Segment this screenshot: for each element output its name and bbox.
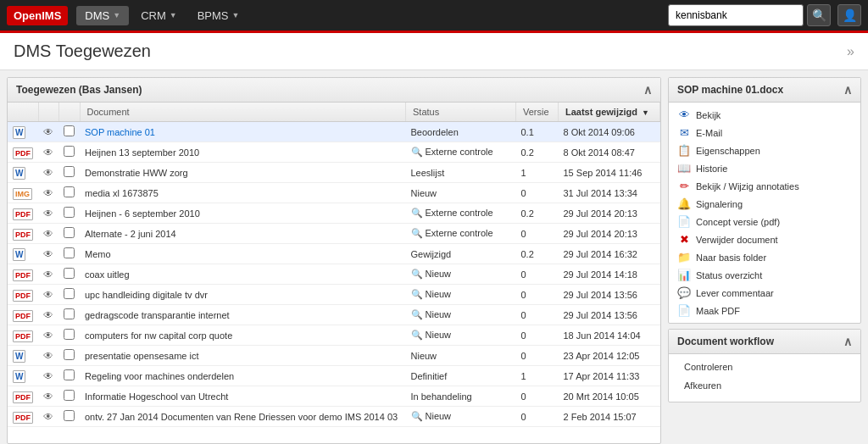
status-search-icon: 🔍 [411,269,423,279]
row-checkbox[interactable] [64,288,75,299]
row-checkbox[interactable] [64,146,75,157]
eye-cell[interactable]: 👁 [38,264,58,285]
eye-cell[interactable]: 👁 [38,244,58,264]
eye-icon[interactable]: 👁 [43,330,53,341]
search-button[interactable]: 🔍 [807,4,831,26]
row-checkbox[interactable] [64,410,75,421]
eye-icon[interactable]: 👁 [43,350,53,362]
doc-action-item[interactable]: 📄Maak PDF [669,302,860,319]
doc-action-item[interactable]: 📖Historie [669,159,860,177]
action-label: Status overzicht [696,270,762,280]
doc-action-item[interactable]: ✉E-Mail [669,124,860,142]
doc-action-item[interactable]: 📊Status overzicht [669,266,860,284]
status-search-icon: 🔍 [411,228,423,238]
doc-action-item[interactable]: ✏Bekijk / Wijzig annotaties [669,177,860,195]
checkbox-cell[interactable] [58,366,80,386]
word-icon: W [13,350,25,363]
gewijzigd-cell: 20 Mrt 2014 10:05 [559,386,660,407]
checkbox-cell[interactable] [58,346,80,366]
checkbox-cell[interactable] [58,203,80,224]
row-checkbox[interactable] [64,186,75,197]
row-checkbox[interactable] [64,390,75,401]
eye-icon[interactable]: 👁 [43,269,53,280]
row-checkbox[interactable] [64,369,75,380]
row-checkbox[interactable] [64,207,75,218]
checkbox-cell[interactable] [58,264,80,285]
user-menu-button[interactable]: 👤 [837,4,861,26]
eye-icon[interactable]: 👁 [43,167,53,179]
doc-action-item[interactable]: 📁Naar basis folder [669,248,860,266]
expand-icon[interactable]: » [847,44,854,59]
doc-action-item[interactable]: ✖Verwijder document [669,230,860,248]
status-cell: Definitief [406,366,516,386]
doc-action-item[interactable]: 💬Lever commentaar [669,284,860,302]
eye-cell[interactable]: 👁 [38,366,58,386]
eye-icon[interactable]: 👁 [43,309,53,321]
row-checkbox[interactable] [64,125,75,136]
doc-action-item[interactable]: 📋Eigenschappen [669,142,860,159]
checkbox-cell[interactable] [58,325,80,346]
doc-actions-collapse-icon[interactable]: ∧ [843,83,852,97]
eye-icon[interactable]: 👁 [43,147,53,158]
nav-dms[interactable]: DMS ▼ [76,6,129,25]
checkbox-cell[interactable] [58,244,80,264]
workflow-collapse-icon[interactable]: ∧ [843,335,852,348]
row-checkbox[interactable] [64,166,75,177]
table-row: PDF 👁 coax uitleg 🔍Nieuw 0 29 Jul 2014 1… [8,264,660,285]
status-search-icon: 🔍 [411,309,423,319]
checkbox-cell[interactable] [58,285,80,305]
doc-action-item[interactable]: 🔔Signalering [669,195,860,213]
checkbox-cell[interactable] [58,163,80,183]
left-panel-collapse-icon[interactable]: ∧ [643,83,652,97]
row-checkbox[interactable] [64,329,75,340]
eye-icon[interactable]: 👁 [43,126,53,138]
document-workflow-box: Document workflow ∧ ControlerenAfkeuren [668,329,861,402]
doc-action-item[interactable]: 👁Bekijk [669,106,860,124]
row-checkbox[interactable] [64,349,75,360]
row-checkbox[interactable] [64,268,75,279]
eye-icon[interactable]: 👁 [43,289,53,301]
nav-bpms[interactable]: BPMS ▼ [189,6,248,25]
eye-icon[interactable]: 👁 [43,391,53,402]
eye-cell[interactable]: 👁 [38,305,58,325]
word-icon: W [13,248,25,261]
row-checkbox[interactable] [64,247,75,258]
eye-cell[interactable]: 👁 [38,163,58,183]
eye-icon[interactable]: 👁 [43,187,53,199]
eye-icon[interactable]: 👁 [43,208,53,219]
checkbox-cell[interactable] [58,224,80,244]
eye-cell[interactable]: 👁 [38,407,58,427]
document-link[interactable]: SOP machine 01 [85,127,155,137]
eye-cell[interactable]: 👁 [38,183,58,203]
eye-cell[interactable]: 👁 [38,203,58,224]
row-checkbox[interactable] [64,308,75,319]
checkbox-cell[interactable] [58,122,80,142]
logo[interactable]: OpenIMS [7,6,68,25]
workflow-item[interactable]: Controleren [677,359,852,375]
nav-crm[interactable]: CRM ▼ [132,6,186,25]
workflow-item[interactable]: Afkeuren [677,378,852,393]
checkbox-cell[interactable] [58,386,80,407]
gewijzigd-cell: 29 Jul 2014 16:32 [559,244,660,264]
row-checkbox[interactable] [64,227,75,238]
eye-cell[interactable]: 👁 [38,285,58,305]
checkbox-cell[interactable] [58,305,80,325]
pdf-icon: PDF [13,412,33,424]
eye-cell[interactable]: 👁 [38,122,58,142]
eye-icon[interactable]: 👁 [43,228,53,240]
action-icon: 📄 [677,215,691,228]
eye-cell[interactable]: 👁 [38,142,58,163]
eye-cell[interactable]: 👁 [38,386,58,407]
search-input[interactable] [668,4,804,26]
doc-action-item[interactable]: 📄Concept versie (pdf) [669,213,860,230]
eye-cell[interactable]: 👁 [38,224,58,244]
eye-icon[interactable]: 👁 [43,248,53,260]
eye-cell[interactable]: 👁 [38,346,58,366]
eye-icon[interactable]: 👁 [43,370,53,382]
col-gewijzigd[interactable]: Laatst gewijzigd ▼ [559,103,660,122]
eye-icon[interactable]: 👁 [43,411,53,423]
eye-cell[interactable]: 👁 [38,325,58,346]
checkbox-cell[interactable] [58,183,80,203]
checkbox-cell[interactable] [58,407,80,427]
checkbox-cell[interactable] [58,142,80,163]
